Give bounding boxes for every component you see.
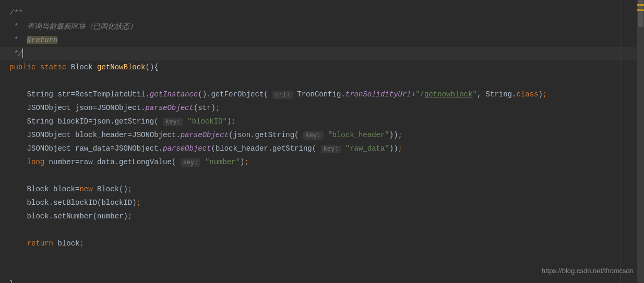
code-text: JSONObject block_header=JSONObject. [9,131,181,139]
javadoc-return-tag: @return [27,36,58,44]
code-line[interactable] [9,223,644,237]
param-hint: key: [181,158,201,167]
code-text: , String. [477,90,517,99]
string: " [472,90,476,99]
semicolon: ; [231,117,235,126]
param-hint: key: [303,131,324,140]
param-hint: key: [321,145,341,153]
semicolon: ; [398,131,402,139]
code-line[interactable]: * 查询当前最新区块（已固化状态） [9,20,644,33]
code-text: (block_header.getString( [211,144,316,153]
static-field: tronSolidityUrl [345,90,411,99]
code-text: ().getForObject( [198,90,268,99]
code-text: block [53,239,79,248]
string: "raw_data" [345,144,389,153]
code-line[interactable]: /** [9,6,644,20]
code-text: TronConfig. [293,90,345,99]
keyword: public [9,63,35,71]
code-line[interactable]: * @return [9,33,644,47]
semicolon: ; [79,239,84,248]
comment: */ [9,50,22,58]
semicolon: ; [128,185,132,193]
comment: /** [9,9,22,17]
code-line[interactable]: } [9,277,644,283]
code-text: (str) [194,104,216,112]
code-text: String blockID=json.getString( [9,117,159,126]
code-text: number=raw_data.getLongValue( [44,158,176,166]
keyword: class [516,90,538,99]
type: Block [71,63,93,71]
semicolon: ; [137,199,141,207]
static-method: getInstance [150,90,198,99]
code-text: block.setNumber(number) [9,212,128,220]
keyword: return [27,239,53,248]
param-hint: key: [163,118,183,126]
string: "/ [415,90,424,99]
space [200,158,205,166]
code-text: ) [240,158,244,166]
comment-text: 查询当前最新区块（已固化状态） [27,22,137,31]
code-text: )) [389,144,398,153]
indent [9,158,27,166]
code-text: Block() [93,185,128,193]
code-text: )) [389,131,398,139]
punct: (){ [146,63,159,71]
code-line[interactable]: JSONObject json=JSONObject.parseObject(s… [9,101,644,115]
text-cursor [22,48,23,58]
string: "blockID" [187,117,227,126]
indent [9,239,27,248]
closing-brace: } [9,280,14,283]
static-method: parseObject [145,104,193,112]
static-method: parseObject [181,131,229,139]
space [324,131,328,139]
keyword: long [27,158,45,166]
static-method: parseObject [163,144,211,153]
method-name: getNowBlock [97,63,145,71]
string-url: getnowblock [424,90,472,99]
code-line[interactable] [9,74,644,88]
code-line[interactable]: long number=raw_data.getLongValue( key: … [9,155,644,169]
code-text: block.setBlockID(blockID) [9,199,137,207]
code-line[interactable]: public static Block getNowBlock(){ [9,60,644,74]
comment: * [9,36,27,44]
watermark: https://blog.csdn.net/ifromcsdn [542,264,634,278]
code-line[interactable]: block.setBlockID(blockID); [9,196,644,210]
code-text: JSONObject raw_data=JSONObject. [9,144,163,153]
code-line[interactable]: return block; [9,237,644,250]
semicolon: ; [398,144,402,153]
code-line[interactable]: String str=RestTemplateUtil.getInstance(… [9,88,644,101]
code-line[interactable]: */ [9,47,644,60]
code-line[interactable]: Block block=new Block(); [9,182,644,196]
space [341,144,345,153]
code-text: JSONObject json=JSONObject. [9,104,145,112]
code-text: String str=RestTemplateUtil. [9,90,150,99]
semicolon: ; [245,158,249,166]
code-line[interactable]: String blockID=json.getString( key: "blo… [9,115,644,128]
code-text: Block block= [9,185,79,193]
param-hint: url: [272,91,293,99]
code-line[interactable] [9,250,644,264]
code-line[interactable]: JSONObject raw_data=JSONObject.parseObje… [9,142,644,155]
code-text: ) [538,90,542,99]
code-text: + [411,90,415,99]
code-line[interactable]: JSONObject block_header=JSONObject.parse… [9,128,644,142]
code-text: (json.getString( [229,131,299,139]
string: "block_header" [328,131,389,139]
code-line[interactable]: block.setNumber(number); [9,210,644,223]
semicolon: ; [216,104,220,112]
code-editor[interactable]: /** * 查询当前最新区块（已固化状态） * @return */ publi… [0,0,644,283]
comment: * [9,22,27,31]
keyword: new [79,185,92,193]
semicolon: ; [543,90,547,99]
keyword: static [40,63,66,71]
string: "number" [205,158,240,166]
semicolon: ; [128,212,132,220]
code-line[interactable] [9,169,644,182]
